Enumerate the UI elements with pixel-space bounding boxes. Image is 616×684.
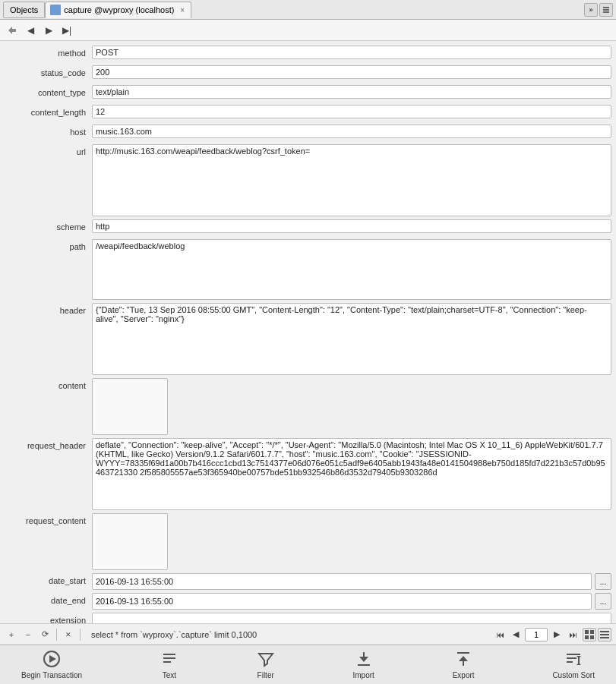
svg-rect-19	[358, 664, 370, 666]
svg-rect-24	[567, 657, 577, 659]
export-label: Export	[453, 671, 475, 679]
page-next-btn[interactable]: ▶	[550, 628, 564, 641]
svg-rect-14	[163, 657, 175, 659]
refresh-btn[interactable]: ⟳	[38, 628, 52, 641]
status-sep2	[80, 629, 81, 641]
request-header-field[interactable]	[92, 438, 611, 510]
text-icon	[160, 650, 178, 668]
svg-rect-23	[567, 654, 580, 655]
header-label: header	[5, 303, 92, 315]
nav-back-btn[interactable]: ◀	[23, 23, 38, 38]
content-type-row: content_type	[0, 84, 616, 103]
custom-sort-icon	[564, 650, 583, 668]
grid-view-btn[interactable]	[583, 628, 596, 641]
date-start-field[interactable]	[92, 573, 592, 590]
date-start-picker-btn[interactable]: ...	[595, 573, 611, 590]
nav-last-btn[interactable]: ▶|	[59, 23, 74, 38]
request-header-row: request_header	[0, 437, 616, 512]
begin-transaction-btn[interactable]: Begin Transaction	[15, 647, 88, 682]
url-row: url	[0, 143, 616, 218]
filter-icon	[257, 650, 275, 668]
path-field[interactable]	[92, 239, 611, 300]
export-btn[interactable]: Export	[447, 647, 481, 682]
request-header-label: request_header	[5, 438, 92, 450]
svg-rect-22	[457, 652, 469, 654]
toolbar: ◀ ▶ ▶|	[0, 20, 616, 41]
svg-rect-2	[603, 11, 609, 13]
page-first-btn[interactable]: ⏮	[493, 628, 507, 641]
extension-row: extension	[0, 611, 616, 623]
extension-label: extension	[5, 613, 92, 623]
svg-rect-18	[363, 652, 365, 658]
host-row: host	[0, 123, 616, 143]
status-right-btns	[583, 628, 611, 641]
content-length-label: content_length	[5, 105, 92, 117]
content-label: content	[5, 378, 92, 390]
tab-menu-btn[interactable]	[599, 3, 613, 17]
close-tab-icon[interactable]: ×	[180, 6, 185, 14]
content-row: content	[0, 377, 616, 437]
remove-record-btn[interactable]: −	[21, 628, 35, 641]
import-btn[interactable]: Import	[347, 647, 381, 682]
add-record-btn[interactable]: +	[5, 628, 18, 641]
svg-rect-15	[163, 661, 171, 663]
svg-marker-16	[259, 654, 273, 666]
scheme-row: scheme	[0, 218, 616, 238]
page-last-btn[interactable]: ⏭	[566, 628, 580, 641]
svg-rect-25	[567, 661, 573, 663]
tab-overflow-btn[interactable]: »	[584, 3, 598, 17]
method-row: method	[0, 44, 616, 64]
header-field[interactable]	[92, 303, 611, 375]
status-code-field[interactable]	[92, 65, 611, 79]
host-field[interactable]	[92, 125, 611, 138]
objects-tab-label: Objects	[10, 5, 38, 14]
svg-rect-1	[603, 9, 609, 11]
date-end-field[interactable]	[92, 593, 592, 610]
request-content-label: request_content	[5, 513, 92, 525]
content-type-field[interactable]	[92, 85, 611, 99]
svg-rect-10	[600, 637, 609, 638]
page-input[interactable]	[525, 628, 548, 641]
svg-rect-5	[590, 630, 594, 634]
content-length-field[interactable]	[92, 105, 611, 118]
filter-clear-btn[interactable]: ✕	[62, 628, 75, 641]
filter-btn[interactable]: Filter	[251, 647, 281, 682]
svg-rect-13	[163, 654, 175, 655]
extension-field[interactable]	[92, 613, 611, 623]
content-image	[92, 378, 168, 435]
method-field[interactable]	[92, 46, 611, 59]
tab-bar: Objects capture @wyproxy (localhost) × »	[0, 0, 616, 20]
content-length-row: content_length	[0, 103, 616, 123]
objects-tab[interactable]: Objects	[3, 2, 45, 18]
nav-first-btn[interactable]	[5, 23, 20, 38]
path-label: path	[5, 239, 92, 251]
svg-rect-8	[600, 631, 609, 632]
date-end-label: date_end	[5, 593, 92, 605]
begin-transaction-label: Begin Transaction	[21, 671, 82, 679]
status-sql: select * from `wyproxy`.`capture` limit …	[85, 630, 490, 639]
svg-rect-7	[590, 635, 594, 639]
status-code-label: status_code	[5, 65, 92, 77]
pagination: ⏮ ◀ ▶ ⏭	[493, 628, 580, 641]
nav-fwd-btn[interactable]: ▶	[41, 23, 56, 38]
method-label: method	[5, 46, 92, 58]
custom-sort-btn[interactable]: Custom Sort	[546, 647, 601, 682]
status-sep1	[56, 629, 57, 641]
date-end-picker-btn[interactable]: ...	[595, 593, 611, 610]
scheme-field[interactable]	[92, 219, 611, 233]
action-bar: Begin Transaction Text Filter Im	[0, 645, 616, 684]
date-start-row: date_start ...	[0, 572, 616, 591]
filter-label: Filter	[257, 671, 274, 679]
capture-tab[interactable]: capture @wyproxy (localhost) ×	[45, 2, 191, 18]
header-row: header	[0, 301, 616, 377]
text-btn[interactable]: Text	[154, 647, 185, 682]
capture-tab-icon	[50, 5, 61, 15]
capture-tab-label: capture @wyproxy (localhost)	[64, 5, 174, 14]
url-field[interactable]	[92, 144, 611, 216]
page-prev-btn[interactable]: ◀	[509, 628, 523, 641]
content-type-label: content_type	[5, 85, 92, 97]
svg-rect-21	[463, 660, 464, 666]
tab-overflow: »	[584, 3, 613, 17]
request-content-row: request_content	[0, 512, 616, 572]
form-view-btn[interactable]	[598, 628, 611, 641]
